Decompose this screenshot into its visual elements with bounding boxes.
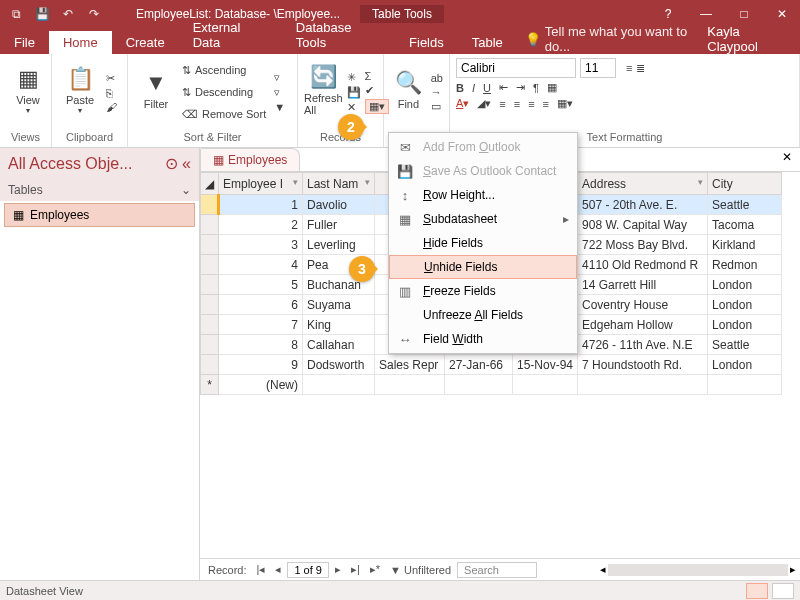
font-name-input[interactable] <box>456 58 576 78</box>
status-bar: Datasheet View <box>0 580 800 600</box>
menu-unhide-fields[interactable]: Unhide Fields <box>389 255 577 279</box>
save-icon[interactable]: 💾 <box>30 2 54 26</box>
new-row[interactable]: *(New) <box>201 375 782 395</box>
rec-first-icon[interactable]: |◂ <box>253 563 270 576</box>
datasheet-view-icon[interactable] <box>746 583 768 599</box>
user-name[interactable]: Kayla Claypool <box>707 24 790 54</box>
tab-external[interactable]: External Data <box>179 16 282 54</box>
tab-table[interactable]: Table <box>458 31 517 54</box>
col-address[interactable]: Address▾ <box>578 173 708 195</box>
find-icon: 🔍 <box>395 70 422 96</box>
tab-dbtools[interactable]: Database Tools <box>282 16 395 54</box>
ascending-button[interactable]: ⇅ Ascending <box>182 60 266 80</box>
col-city[interactable]: City <box>708 173 782 195</box>
replace-icon[interactable]: ab <box>431 72 443 84</box>
hscroll-right-icon[interactable]: ▸ <box>790 563 796 576</box>
design-view-icon[interactable] <box>772 583 794 599</box>
font-size-input[interactable] <box>580 58 616 78</box>
hscroll-left-icon[interactable]: ◂ <box>600 563 606 576</box>
align-center-icon[interactable]: ≡ <box>528 98 534 110</box>
bold-button[interactable]: B <box>456 82 464 94</box>
indent-left-icon[interactable]: ⇤ <box>499 81 508 94</box>
advanced-icon[interactable]: ▿ <box>274 86 285 99</box>
align-icon[interactable]: ≡ <box>499 98 505 110</box>
remove-sort-button[interactable]: ⌫ Remove Sort <box>182 104 266 124</box>
hscroll-track[interactable] <box>608 564 788 576</box>
numbering-icon[interactable]: ≣ <box>636 62 645 75</box>
sheet-tab-employees[interactable]: ▦Employees <box>200 148 300 171</box>
nav-section-tables[interactable]: Tables⌄ <box>0 179 199 201</box>
ribbon-tabs: File Home Create External Data Database … <box>0 28 800 54</box>
alt-row-icon[interactable]: ▦▾ <box>557 97 573 110</box>
view-button[interactable]: ▦View▾ <box>6 56 50 124</box>
record-navigator: Record: |◂ ◂ 1 of 9 ▸ ▸| ▸* ▼ Unfiltered… <box>200 558 800 580</box>
menu-field-width[interactable]: ↔Field Width <box>389 327 577 351</box>
filter-indicator[interactable]: ▼ Unfiltered <box>386 564 455 576</box>
refresh-button[interactable]: 🔄Refresh All <box>304 56 343 124</box>
select-all[interactable]: ◢ <box>201 173 219 195</box>
filter-icon: ▼ <box>145 70 167 96</box>
table-row[interactable]: 9DodsworthSales Repr27-Jan-6615-Nov-947 … <box>201 355 782 375</box>
menu-add-from-outlook: ✉Add From Outlook <box>389 135 577 159</box>
paste-icon: 📋 <box>67 66 94 92</box>
undo-icon[interactable]: ↶ <box>56 2 80 26</box>
refresh-icon: 🔄 <box>310 64 337 90</box>
menu-save-as-outlook-contact: 💾Save As Outlook Contact <box>389 159 577 183</box>
minimize-icon[interactable]: — <box>692 4 720 24</box>
filter-button[interactable]: ▼Filter <box>134 56 178 124</box>
paste-button[interactable]: 📋Paste▾ <box>58 56 102 124</box>
menu-freeze-fields[interactable]: ▥Freeze Fields <box>389 279 577 303</box>
chevron-icon[interactable]: ⊙ « <box>165 154 191 173</box>
close-icon[interactable]: ✕ <box>768 4 796 24</box>
find-button[interactable]: 🔍Find <box>390 56 427 124</box>
selection-icon[interactable]: ▿ <box>274 71 285 84</box>
underline-button[interactable]: U <box>483 82 491 94</box>
format-painter-icon[interactable]: 🖌 <box>106 101 117 113</box>
indent-right-icon[interactable]: ⇥ <box>516 81 525 94</box>
context-menu: ✉Add From Outlook💾Save As Outlook Contac… <box>388 132 578 354</box>
italic-button[interactable]: I <box>472 82 475 94</box>
nav-header[interactable]: All Access Obje...⊙ « <box>0 148 199 179</box>
menu-subdatasheet[interactable]: ▦Subdatasheet▸ <box>389 207 577 231</box>
menu-hide-fields[interactable]: Hide Fields <box>389 231 577 255</box>
table-icon: ▦ <box>13 208 24 222</box>
search-box[interactable]: Search <box>457 562 537 578</box>
callout-2: 2 <box>338 114 364 140</box>
col-last-name[interactable]: Last Nam▾ <box>303 173 375 195</box>
delete-icon[interactable]: ✕ <box>347 101 361 114</box>
rec-next-icon[interactable]: ▸ <box>331 563 345 576</box>
nav-item-employees[interactable]: ▦Employees <box>4 203 195 227</box>
descending-button[interactable]: ⇅ Descending <box>182 82 266 102</box>
fill-color-icon[interactable]: ◢▾ <box>477 97 491 110</box>
navigation-pane: All Access Obje...⊙ « Tables⌄ ▦Employees <box>0 148 200 580</box>
bullets-icon[interactable]: ≡ <box>626 62 632 74</box>
new-icon[interactable]: ✳ <box>347 71 361 84</box>
rec-position[interactable]: 1 of 9 <box>287 562 329 578</box>
align-left-icon[interactable]: ≡ <box>514 98 520 110</box>
rtl-icon[interactable]: ¶ <box>533 82 539 94</box>
font-color-icon[interactable]: A▾ <box>456 97 469 110</box>
rec-last-icon[interactable]: ▸| <box>347 563 364 576</box>
tell-me[interactable]: 💡 Tell me what you want to do... <box>525 24 707 54</box>
copy-icon[interactable]: ⎘ <box>106 87 117 99</box>
help-icon[interactable]: ? <box>654 4 682 24</box>
select-icon[interactable]: ▭ <box>431 100 443 113</box>
col-employee-id[interactable]: Employee I▾ <box>219 173 303 195</box>
goto-icon[interactable]: → <box>431 86 443 98</box>
redo-icon[interactable]: ↷ <box>82 2 106 26</box>
cut-icon[interactable]: ✂ <box>106 72 117 85</box>
tab-home[interactable]: Home <box>49 31 112 54</box>
toggle-filter-icon[interactable]: ▼ <box>274 101 285 113</box>
rec-new-icon[interactable]: ▸* <box>366 563 384 576</box>
tab-file[interactable]: File <box>0 31 49 54</box>
maximize-icon[interactable]: □ <box>730 4 758 24</box>
close-tab-icon[interactable]: ✕ <box>774 148 800 171</box>
tab-create[interactable]: Create <box>112 31 179 54</box>
menu-row-height-[interactable]: ↕Row Height... <box>389 183 577 207</box>
tab-fields[interactable]: Fields <box>395 31 458 54</box>
save-rec-icon[interactable]: 💾 <box>347 86 361 99</box>
rec-prev-icon[interactable]: ◂ <box>271 563 285 576</box>
align-right-icon[interactable]: ≡ <box>543 98 549 110</box>
menu-unfreeze-all-fields[interactable]: Unfreeze All Fields <box>389 303 577 327</box>
gridlines-icon[interactable]: ▦ <box>547 81 557 94</box>
